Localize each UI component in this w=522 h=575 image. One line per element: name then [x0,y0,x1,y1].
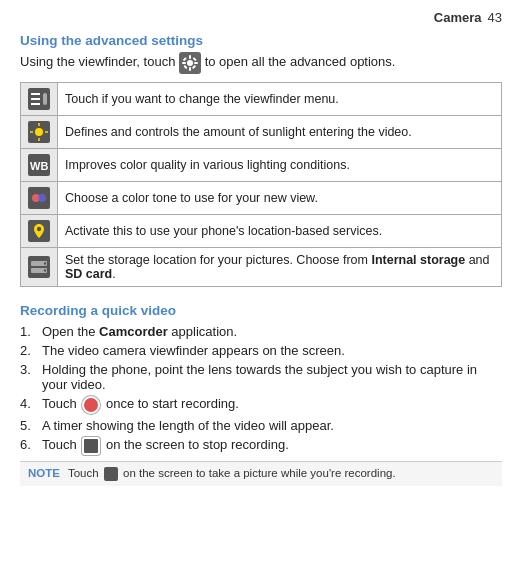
recording-section: Recording a quick video 1. Open the Camc… [20,303,502,486]
svg-rect-5 [194,62,198,64]
svg-rect-12 [31,98,40,100]
svg-rect-11 [31,93,40,95]
stop-icon-small [104,467,118,481]
table-row: WB Improves color quality in various lig… [21,149,502,182]
svg-rect-3 [189,67,191,71]
icon-cell: WB [21,149,58,182]
icon-cell [21,116,58,149]
gear-icon [179,52,201,74]
icon-cell [21,215,58,248]
svg-rect-2 [189,55,191,59]
svg-rect-28 [28,256,50,278]
page-header: Camera 43 [20,10,502,25]
record-button-icon [82,396,100,414]
svg-rect-4 [182,62,186,64]
table-row: Activate this to use your phone's locati… [21,215,502,248]
svg-point-1 [187,60,193,66]
list-item: 6. Touch on the screen to stop recording… [20,437,502,455]
chapter-title: Camera [434,10,482,25]
svg-text:WB: WB [30,160,48,172]
advanced-settings-intro: Using the viewfinder, touch to open all … [20,52,502,74]
viewfinder-menu-icon [28,88,50,110]
svg-point-32 [44,269,46,271]
table-row: Touch if you want to change the viewfind… [21,83,502,116]
svg-point-25 [38,194,46,202]
icon-cell [21,248,58,287]
settings-table: Touch if you want to change the viewfind… [20,82,502,287]
location-icon [28,220,50,242]
list-item: 2. The video camera viewfinder appears o… [20,343,502,358]
row-desc: Improves color quality in various lighti… [58,149,502,182]
svg-rect-14 [43,93,47,105]
row-desc: Activate this to use your phone's locati… [58,215,502,248]
page-number: 43 [488,10,502,25]
svg-point-27 [37,227,41,231]
storage-icon [28,256,50,278]
sunlight-icon [28,121,50,143]
row-desc: Choose a color tone to use for your new … [58,182,502,215]
table-row: Choose a color tone to use for your new … [21,182,502,215]
row-desc: Defines and controls the amount of sunli… [58,116,502,149]
recording-title: Recording a quick video [20,303,502,318]
color-tone-icon [28,187,50,209]
wb-icon: WB [28,154,50,176]
note-bar: NOTE Touch on the screen to take a pictu… [20,461,502,486]
svg-point-31 [44,262,46,264]
advanced-settings-section: Using the advanced settings Using the vi… [20,33,502,287]
advanced-settings-title: Using the advanced settings [20,33,502,48]
svg-rect-13 [31,103,40,105]
svg-point-16 [35,128,43,136]
list-item: 1. Open the Camcorder application. [20,324,502,339]
list-item: 5. A timer showing the length of the vid… [20,418,502,433]
stop-button-icon [82,437,100,455]
row-desc: Set the storage location for your pictur… [58,248,502,287]
icon-cell [21,182,58,215]
list-item: 3. Holding the phone, point the lens tow… [20,362,502,392]
row-desc: Touch if you want to change the viewfind… [58,83,502,116]
icon-cell [21,83,58,116]
note-text: Touch on the screen to take a picture wh… [68,467,396,481]
steps-list: 1. Open the Camcorder application. 2. Th… [20,324,502,455]
note-label: NOTE [28,467,60,479]
table-row: Set the storage location for your pictur… [21,248,502,287]
list-item: 4. Touch once to start recording. [20,396,502,414]
table-row: Defines and controls the amount of sunli… [21,116,502,149]
